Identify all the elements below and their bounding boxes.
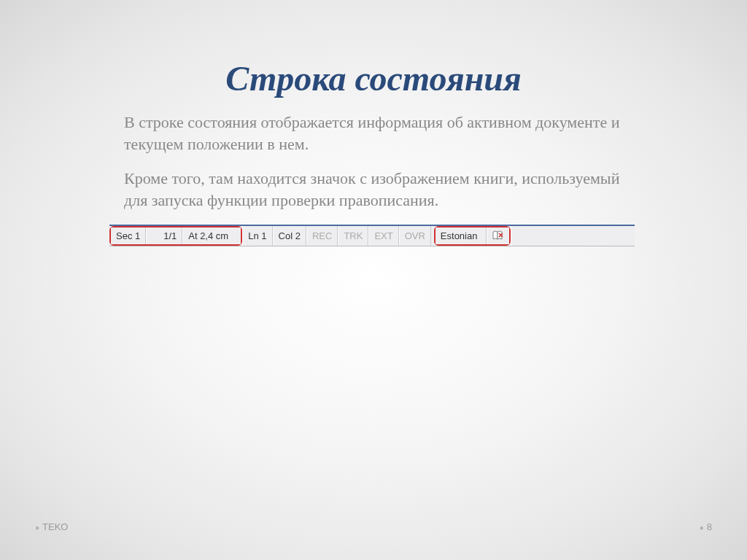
footer-left-text: TEKO — [42, 521, 68, 532]
statusbar-filler — [511, 226, 635, 246]
statusbar-trk: TRK — [338, 226, 368, 246]
statusbar-ovr: OVR — [399, 226, 431, 246]
statusbar-highlight-left: Sec 1 1/1 At 2,4 cm — [109, 226, 242, 246]
paragraph-1: В строке состояния отображается информац… — [124, 112, 623, 155]
slide-footer: ●TEKO ●8 — [35, 521, 712, 532]
statusbar-language: Estonian — [436, 228, 487, 244]
statusbar-highlight-right: Estonian — [434, 226, 511, 246]
statusbar-ext: EXT — [368, 226, 398, 246]
statusbar-col: Col 2 — [273, 226, 306, 246]
statusbar-page: 1/1 — [146, 228, 182, 244]
footer-left: ●TEKO — [35, 521, 68, 532]
statusbar-section: Sec 1 — [111, 228, 146, 244]
book-icon — [492, 230, 504, 241]
footer-right: ●8 — [700, 521, 712, 532]
paragraph-2: Кроме того, там находится значок с изобр… — [124, 168, 623, 211]
statusbar-line: Ln 1 — [242, 226, 272, 246]
footer-page-number: 8 — [707, 521, 712, 532]
statusbar-screenshot: Sec 1 1/1 At 2,4 cm Ln 1 Col 2 REC TRK E… — [109, 225, 635, 246]
bullet-icon: ● — [700, 524, 704, 532]
statusbar-at: At 2,4 cm — [182, 228, 241, 244]
slide: Строка состояния В строке состояния отоб… — [0, 0, 747, 560]
slide-title: Строка состояния — [124, 58, 623, 98]
statusbar-rec: REC — [306, 226, 338, 246]
statusbar-spellcheck — [487, 228, 509, 244]
bullet-icon: ● — [35, 524, 39, 532]
